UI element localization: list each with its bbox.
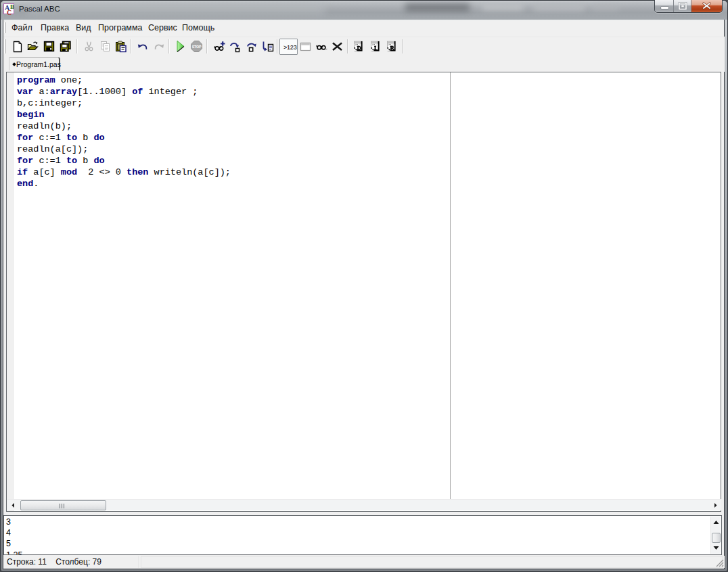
svg-text:STOP: STOP <box>192 45 202 49</box>
